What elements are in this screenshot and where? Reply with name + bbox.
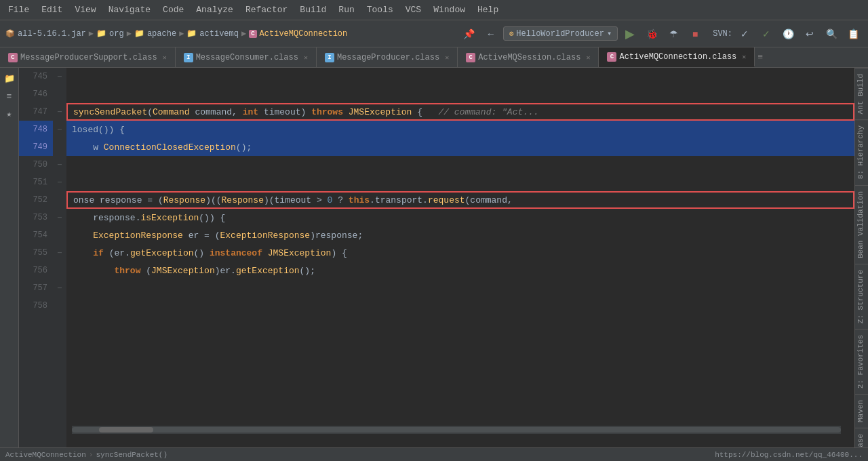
line-num-754: 754 — [19, 226, 53, 244]
run-config-selector[interactable]: ⚙ HelloWorldProducer ▾ — [503, 26, 618, 41]
line-num-749: 749 — [19, 138, 53, 156]
line-747-text: syncSendPacket(Command command, int time… — [73, 107, 539, 117]
tab-message-producer[interactable]: I MessageProducer.class ✕ — [317, 47, 458, 67]
right-tab-maven[interactable]: Maven — [855, 394, 868, 428]
tab-activemq-connection[interactable]: C ActiveMQConnection.class ✕ — [599, 47, 755, 67]
tab-label: ActiveMQSession.class — [478, 53, 580, 62]
svn-update-button[interactable]: ✓ — [757, 24, 776, 43]
fold-btn-751[interactable]: ─ — [53, 174, 66, 191]
breadcrumb-apache[interactable]: apache — [147, 29, 176, 39]
right-tab-bean-validation[interactable]: Bean Validation — [855, 185, 868, 264]
line-756-text: throw (JMSException)er.getException(); — [72, 266, 315, 276]
menu-tools[interactable]: Tools — [361, 3, 399, 16]
menu-file[interactable]: File — [3, 3, 35, 16]
code-line-745 — [66, 68, 854, 85]
right-tab-ant-build[interactable]: Ant Build — [855, 68, 868, 119]
svn-check-button[interactable]: ✓ — [735, 24, 754, 43]
menu-navigate[interactable]: Navigate — [103, 3, 156, 16]
run-button[interactable]: ▶ — [620, 24, 639, 43]
menu-build[interactable]: Build — [294, 3, 332, 16]
toolbar-right: 📌 ← ⚙ HelloWorldProducer ▾ ▶ 🐞 ☂ ■ SVN: … — [460, 24, 863, 43]
back-button[interactable]: ← — [481, 24, 500, 43]
breadcrumb-activemq[interactable]: activemq — [199, 29, 239, 39]
line-749-text: w ConnectionClosedException(); — [72, 142, 252, 153]
folder-icon-org: 📁 — [96, 28, 106, 39]
breadcrumb-org[interactable]: org — [109, 29, 124, 39]
menu-refactor[interactable]: Refactor — [240, 3, 293, 16]
search-button[interactable]: 🔍 — [822, 24, 841, 43]
line-753-text: response.isException()) { — [72, 213, 225, 223]
pin-tab-button[interactable]: 📌 — [460, 24, 479, 43]
menu-vcs[interactable]: VCS — [400, 3, 427, 16]
main-code-area: 745 746 747 748 749 750 751 752 753 754 … — [19, 68, 854, 447]
line-num-753: 753 — [19, 209, 53, 226]
class-icon: C — [8, 53, 18, 62]
tab-label: MessageConsumer.class — [196, 53, 298, 62]
tab-label: MessageProducerSupport.class — [20, 53, 157, 62]
interface-icon: I — [325, 53, 334, 62]
fold-btn-750[interactable]: ─ — [53, 156, 66, 174]
close-icon[interactable]: ✕ — [163, 54, 167, 62]
tab-activemq-session[interactable]: C ActiveMQSession.class ✕ — [458, 47, 599, 67]
fold-btn-753[interactable]: ─ — [53, 209, 66, 226]
status-breadcrumb: ActiveMQConnection › syncSendPacket() — [5, 451, 167, 459]
svn-label: SVN: — [713, 29, 732, 39]
tab-message-producer-support[interactable]: C MessageProducerSupport.class ✕ — [0, 47, 176, 67]
svn-revert-button[interactable]: ↩ — [800, 24, 819, 43]
close-icon[interactable]: ✕ — [445, 54, 449, 62]
line-num-750: 750 — [19, 156, 53, 174]
fold-btn-755[interactable]: ─ — [53, 244, 66, 262]
fold-btn-745[interactable]: ─ — [53, 68, 66, 85]
menu-run[interactable]: Run — [333, 3, 359, 16]
tabs-overflow[interactable]: ≡ — [755, 47, 766, 67]
stop-button[interactable]: ■ — [686, 24, 705, 43]
sidebar-icon-favorites[interactable]: ★ — [1, 106, 18, 122]
line-numbers: 745 746 747 748 749 750 751 752 753 754 … — [19, 68, 53, 447]
code-line-757 — [66, 279, 854, 297]
breadcrumb-class[interactable]: ActiveMQConnection — [260, 29, 348, 39]
close-icon[interactable]: ✕ — [742, 53, 746, 61]
debug-button[interactable]: 🐞 — [642, 24, 661, 43]
menu-window[interactable]: Window — [428, 3, 471, 16]
line-num-758: 758 — [19, 297, 53, 315]
tab-message-consumer[interactable]: I MessageConsumer.class ✕ — [176, 47, 317, 67]
fold-btn-754 — [53, 226, 66, 244]
fold-btn-756 — [53, 262, 66, 279]
folder-icon-activemq: 📁 — [186, 28, 197, 39]
breadcrumb-jar[interactable]: all-5.16.1.jar — [18, 29, 86, 39]
status-url: https://blog.csdn.net/qq_46400... — [715, 451, 863, 459]
fold-btn-748[interactable]: ─ — [53, 121, 66, 138]
scrollbar-track[interactable] — [72, 427, 841, 433]
sidebar-icon-project[interactable]: 📁 — [1, 71, 18, 87]
svn-history-button[interactable]: 🕐 — [778, 24, 797, 43]
menu-view[interactable]: View — [69, 3, 101, 16]
menu-analyze[interactable]: Analyze — [191, 3, 239, 16]
run-config-label: HelloWorldProducer — [516, 29, 604, 39]
horizontal-scrollbar[interactable] — [72, 426, 841, 434]
fold-btn-747[interactable]: ─ — [53, 103, 66, 121]
vcs-window-button[interactable]: 📋 — [844, 24, 863, 43]
code-line-747: syncSendPacket(Command command, int time… — [66, 103, 854, 121]
class-icon: C — [466, 53, 475, 62]
right-tab-favorites[interactable]: 2: Favorites — [855, 329, 868, 394]
code-content[interactable]: syncSendPacket(Command command, int time… — [66, 68, 854, 447]
menu-edit[interactable]: Edit — [36, 3, 68, 16]
code-line-750 — [66, 156, 854, 174]
class-icon: C — [607, 52, 616, 62]
coverage-button[interactable]: ☂ — [664, 24, 683, 43]
right-sidebars: Ant Build 8: Hierarchy Bean Validation Z… — [854, 68, 868, 461]
line-748-text: losed()) { — [72, 125, 125, 135]
sidebar-icon-structure[interactable]: ≡ — [1, 88, 18, 104]
line-752-text: onse response = (Response)((Response)(ti… — [73, 195, 513, 205]
scrollbar-thumb[interactable] — [99, 427, 153, 433]
menu-help[interactable]: Help — [472, 3, 504, 16]
line-num-747: 747 — [19, 103, 53, 121]
menubar: File Edit View Navigate Code Analyze Ref… — [0, 0, 868, 20]
close-icon[interactable]: ✕ — [304, 54, 308, 62]
fold-btn-757[interactable]: ─ — [53, 279, 66, 297]
close-icon[interactable]: ✕ — [586, 54, 590, 62]
right-tab-hierarchy[interactable]: 8: Hierarchy — [855, 119, 868, 184]
menu-code[interactable]: Code — [157, 3, 189, 16]
right-tab-structure[interactable]: Z: Structure — [855, 264, 868, 329]
line-num-751: 751 — [19, 174, 53, 191]
